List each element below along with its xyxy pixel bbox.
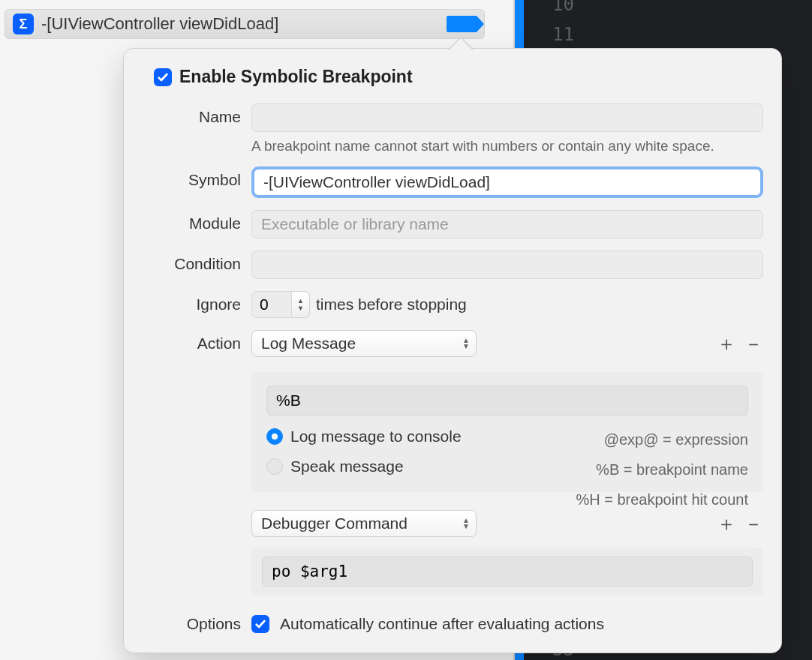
enable-breakpoint-checkbox[interactable] xyxy=(154,68,172,86)
action-type-select-debugger[interactable]: Debugger Command ▲▼ xyxy=(251,510,477,537)
log-legend: @exp@ = expression %B = breakpoint name … xyxy=(576,424,748,514)
speak-message-label: Speak message xyxy=(290,458,404,476)
auto-continue-checkbox[interactable] xyxy=(251,615,269,633)
chevron-updown-icon: ▲▼ xyxy=(462,518,470,530)
breakpoint-list-item[interactable]: Σ -[UIViewController viewDidLoad] xyxy=(5,9,485,39)
action-type-select-log[interactable]: Log Message ▲▼ xyxy=(251,330,477,357)
ignore-label: Ignore xyxy=(142,291,241,314)
action-label: Action xyxy=(142,330,241,352)
log-to-console-label: Log message to console xyxy=(290,428,462,446)
line-number: 11 xyxy=(552,24,812,45)
stepper-arrows-icon[interactable]: ▲▼ xyxy=(292,291,310,318)
breakpoint-editor-popover: Enable Symbolic Breakpoint Name A breakp… xyxy=(123,48,782,653)
breakpoint-symbol-label: -[UIViewController viewDidLoad] xyxy=(41,14,439,34)
module-label: Module xyxy=(142,210,241,232)
sigma-icon: Σ xyxy=(13,14,34,34)
symbol-input[interactable] xyxy=(251,166,763,198)
condition-label: Condition xyxy=(142,250,241,273)
log-message-input[interactable] xyxy=(266,386,748,416)
debugger-action-body xyxy=(251,548,763,596)
module-input[interactable] xyxy=(251,210,763,238)
options-label: Options xyxy=(142,615,241,633)
action-type-selected: Debugger Command xyxy=(261,514,408,532)
name-hint: A breakpoint name cannot start with numb… xyxy=(251,138,763,154)
name-input[interactable] xyxy=(251,104,763,132)
condition-input[interactable] xyxy=(251,250,763,279)
breakpoint-enabled-tag-icon[interactable] xyxy=(447,16,477,32)
legend-b: %B = breakpoint name xyxy=(576,454,748,484)
remove-action-button[interactable]: － xyxy=(744,331,763,357)
legend-h: %H = breakpoint hit count xyxy=(576,484,748,514)
log-to-console-radio[interactable] xyxy=(266,428,283,445)
ignore-stepper[interactable]: ▲▼ xyxy=(251,291,310,318)
ignore-suffix: times before stopping xyxy=(316,296,467,314)
action-type-selected: Log Message xyxy=(261,334,356,352)
add-action-button[interactable]: ＋ xyxy=(717,331,736,357)
auto-continue-label: Automatically continue after evaluating … xyxy=(280,615,604,633)
enable-breakpoint-label: Enable Symbolic Breakpoint xyxy=(179,67,413,87)
line-number: 10 xyxy=(552,0,812,15)
chevron-updown-icon: ▲▼ xyxy=(462,338,470,350)
debugger-command-input[interactable] xyxy=(262,556,753,586)
speak-message-radio[interactable] xyxy=(266,458,283,475)
ignore-count-input[interactable] xyxy=(251,291,292,318)
legend-exp: @exp@ = expression xyxy=(576,424,748,454)
log-action-body: Log message to console Speak message @ex… xyxy=(251,372,763,492)
symbol-label: Symbol xyxy=(142,166,241,189)
name-label: Name xyxy=(142,104,241,126)
